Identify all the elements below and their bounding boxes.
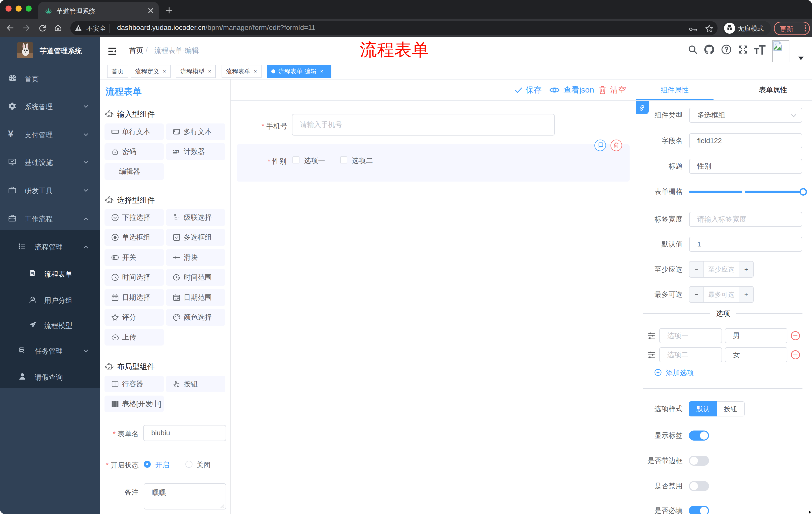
svg-text:123: 123 <box>173 150 179 154</box>
